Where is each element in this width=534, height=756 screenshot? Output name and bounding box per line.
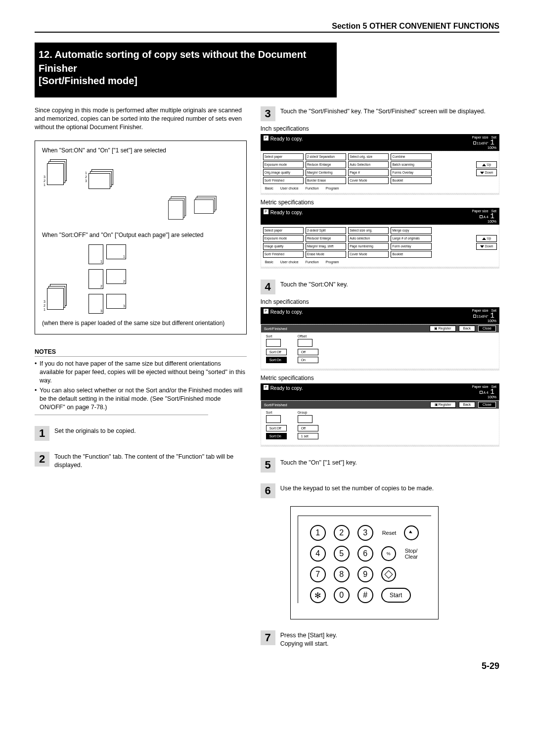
keypad-6[interactable]: 6 xyxy=(357,546,373,562)
fn-reduce-enlarge[interactable]: Reduce/ Enlarge xyxy=(306,235,346,242)
sort-off-button[interactable]: Sort:Off xyxy=(266,349,287,355)
tab-function[interactable]: Function xyxy=(306,260,319,264)
tab-user-choice[interactable]: User choice xyxy=(280,260,299,264)
step-number-3: 3 xyxy=(261,106,275,121)
fn-2sided[interactable]: 2 sided/ Separation xyxy=(306,153,346,160)
sort-panel-metric: Ready to copy. Paper size SetA 41100% So… xyxy=(261,383,499,447)
fn-margin-centering[interactable]: Margin/ Centering xyxy=(306,169,346,176)
fn-image-quality[interactable]: Orig.image quality xyxy=(263,169,304,176)
ready-icon xyxy=(264,309,268,314)
back-button[interactable]: Back xyxy=(459,402,476,408)
start-button[interactable]: Start xyxy=(381,588,411,603)
keypad-1[interactable]: 1 xyxy=(310,525,326,541)
spec-label-inch: Inch specifications xyxy=(261,298,499,305)
ready-label: Ready to copy. xyxy=(270,210,303,215)
close-button[interactable]: Close xyxy=(478,402,496,408)
step-2-text: Touch the "Function" tab. The content of… xyxy=(54,452,247,470)
register-button[interactable]: ▣ Register xyxy=(430,326,456,331)
reset-button[interactable] xyxy=(404,525,419,540)
function-panel-metric: Ready to copy. Paper size SetA 41100% Se… xyxy=(261,208,499,269)
fn-exposure[interactable]: Exposure mode xyxy=(263,235,304,242)
back-button[interactable]: Back xyxy=(459,326,476,331)
scroll-down-button[interactable]: Down xyxy=(476,243,497,250)
offset-column-label: Offset xyxy=(298,334,318,338)
scroll-up-button[interactable]: Up xyxy=(476,161,497,168)
header-rule xyxy=(35,32,499,33)
scroll-up-button[interactable]: Up xyxy=(476,235,497,242)
keypad-5[interactable]: 5 xyxy=(334,546,350,562)
fn-booklet[interactable]: Booklet xyxy=(391,177,431,184)
fn-booklet[interactable]: Booklet xyxy=(391,251,431,258)
diamond-icon xyxy=(384,570,393,579)
keypad-7[interactable]: 7 xyxy=(310,567,326,582)
tab-function[interactable]: Function xyxy=(306,187,319,190)
fn-cover-mode[interactable]: Cover Mode xyxy=(348,251,389,258)
fn-reduce-enlarge[interactable]: Reduce /Enlarge xyxy=(306,161,346,168)
keypad-hash[interactable]: # xyxy=(357,587,373,603)
fn-auto-selection[interactable]: Auto Selection xyxy=(348,161,389,168)
keypad-2[interactable]: 2 xyxy=(334,525,350,541)
diamond-button[interactable] xyxy=(381,567,396,582)
fn-merge-copy[interactable]: Merge copy xyxy=(391,227,431,234)
tab-program[interactable]: Program xyxy=(326,260,339,264)
keypad-3[interactable]: 3 xyxy=(357,525,373,541)
register-button[interactable]: ▣Register xyxy=(430,402,455,408)
tab-program[interactable]: Program xyxy=(326,187,339,190)
close-button[interactable]: Close xyxy=(478,326,496,331)
paper-size-label: Paper size xyxy=(472,136,489,139)
sort-off-button[interactable]: Sort:Off xyxy=(266,425,287,431)
fn-margin-shift[interactable]: Margin/ Imag. shift xyxy=(306,243,346,250)
fn-sort-finished[interactable]: Sort/ Finished xyxy=(263,177,304,184)
fn-2sided-split[interactable]: 2-sided/ Split xyxy=(306,227,346,234)
ready-label: Ready to copy. xyxy=(270,385,303,391)
set-count: 1 xyxy=(489,312,496,320)
scroll-down-button[interactable]: Down xyxy=(476,169,497,176)
fn-large-originals[interactable]: Large # of originals xyxy=(391,235,431,242)
sort-panel-inch: Ready to copy. Paper size Set11x8½"1100%… xyxy=(261,307,499,371)
fn-page-number[interactable]: Page # xyxy=(348,169,389,176)
fn-border-erase[interactable]: Border Erase xyxy=(306,177,346,184)
sort-diagram: When "Sort:ON" and "On" ["1 set"] are se… xyxy=(35,141,247,335)
fn-image-quality[interactable]: Image quality xyxy=(263,243,304,250)
step-6-text: Use the keypad to set the number of copi… xyxy=(280,483,434,493)
step-number-4: 4 xyxy=(261,280,275,294)
fn-erase-mode[interactable]: Erase Mode xyxy=(306,251,346,258)
keypad-4[interactable]: 4 xyxy=(310,546,326,562)
tab-basic[interactable]: Basic xyxy=(265,260,273,264)
keypad-9[interactable]: 9 xyxy=(357,567,373,582)
fn-form-overlay[interactable]: Form overlay xyxy=(391,243,431,250)
title-main: 12. Automatic sorting of copy sets witho… xyxy=(39,47,333,75)
fn-combine[interactable]: Combine xyxy=(391,153,431,160)
fn-batch-scanning[interactable]: Batch scanning xyxy=(391,161,431,168)
sort-on-button[interactable]: Sort:On xyxy=(266,357,287,363)
fn-select-size-orig[interactable]: Select size orig. xyxy=(348,227,389,234)
fn-forms-overlay[interactable]: Forms Overlay xyxy=(391,169,431,176)
zoom-value: 100% xyxy=(488,220,496,223)
fn-select-paper[interactable]: Select paper xyxy=(263,227,304,234)
offset-off-button[interactable]: Off xyxy=(298,349,318,355)
fn-select-paper[interactable]: Select paper xyxy=(263,153,304,160)
sort-on-button[interactable]: Sort:On xyxy=(266,433,287,439)
notes-heading: NOTES xyxy=(35,348,247,355)
original-stack-icon: 321 xyxy=(47,159,69,189)
section-header: Section 5 OTHER CONVENIENT FUNCTIONS xyxy=(332,22,499,31)
tab-user-choice[interactable]: User choice xyxy=(280,187,299,190)
fn-select-orig-size[interactable]: Select orig. size xyxy=(348,153,389,160)
stop-clear-button[interactable]: % xyxy=(381,546,396,561)
keypad-8[interactable]: 8 xyxy=(334,567,350,582)
fn-page-numbering[interactable]: Page numbering xyxy=(348,243,389,250)
offset-on-button[interactable]: On xyxy=(298,357,318,363)
fn-sort-finished[interactable]: Sort/ Finished xyxy=(263,251,304,258)
keypad-star[interactable]: ✻ xyxy=(310,587,326,603)
fn-auto-selection[interactable]: Auto selection xyxy=(348,235,389,242)
keypad-0[interactable]: 0 xyxy=(334,587,350,603)
group-off-button[interactable]: Off xyxy=(298,425,318,431)
tab-basic[interactable]: Basic xyxy=(265,187,273,190)
slash-icon xyxy=(409,530,414,535)
fn-cover-mode[interactable]: Cover Mode xyxy=(348,177,389,184)
fn-exposure[interactable]: Exposure mode xyxy=(263,161,304,168)
step-number-2: 2 xyxy=(35,452,49,467)
paper-size-label: Paper size xyxy=(472,309,489,312)
triangle-up-icon xyxy=(482,237,486,240)
group-1set-button[interactable]: 1 set xyxy=(298,433,318,439)
